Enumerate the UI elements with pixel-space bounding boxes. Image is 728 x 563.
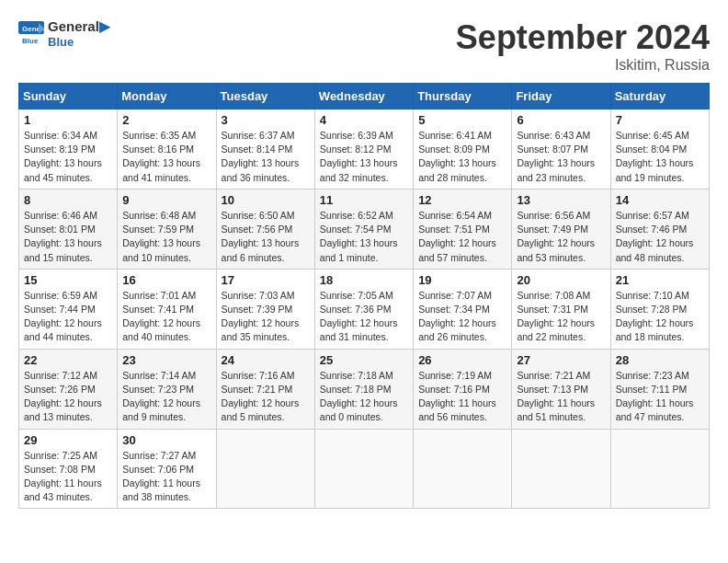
day-info: Sunrise: 7:25 AM Sunset: 7:08 PM Dayligh…: [24, 449, 112, 505]
day-number: 30: [122, 433, 210, 447]
calendar-cell: [414, 429, 512, 509]
day-info: Sunrise: 6:39 AM Sunset: 8:12 PM Dayligh…: [320, 129, 408, 185]
col-thursday: Thursday: [414, 84, 512, 109]
day-number: 9: [122, 193, 210, 207]
col-monday: Monday: [118, 84, 216, 109]
calendar-cell: 14Sunrise: 6:57 AM Sunset: 7:46 PM Dayli…: [610, 189, 709, 269]
calendar-cell: 7Sunrise: 6:45 AM Sunset: 8:04 PM Daylig…: [610, 109, 709, 190]
day-number: 7: [616, 113, 704, 127]
day-number: 21: [616, 273, 704, 287]
day-info: Sunrise: 7:08 AM Sunset: 7:31 PM Dayligh…: [517, 289, 605, 345]
day-info: Sunrise: 6:48 AM Sunset: 7:59 PM Dayligh…: [122, 209, 210, 265]
calendar-cell: 29Sunrise: 7:25 AM Sunset: 7:08 PM Dayli…: [19, 429, 118, 509]
day-number: 29: [24, 433, 112, 447]
day-info: Sunrise: 6:43 AM Sunset: 8:07 PM Dayligh…: [517, 129, 605, 185]
logo: General Blue General▶ Blue: [18, 18, 110, 50]
day-number: 24: [222, 353, 310, 367]
col-wednesday: Wednesday: [314, 84, 413, 109]
calendar-week-row: 29Sunrise: 7:25 AM Sunset: 7:08 PM Dayli…: [19, 429, 710, 509]
day-number: 18: [320, 273, 408, 287]
calendar-cell: [216, 429, 314, 509]
day-number: 1: [24, 113, 112, 127]
day-number: 5: [418, 113, 506, 127]
calendar-table: Sunday Monday Tuesday Wednesday Thursday…: [18, 83, 710, 509]
calendar-cell: 8Sunrise: 6:46 AM Sunset: 8:01 PM Daylig…: [19, 189, 118, 269]
calendar-cell: 16Sunrise: 7:01 AM Sunset: 7:41 PM Dayli…: [118, 269, 216, 349]
day-number: 27: [517, 353, 605, 367]
day-info: Sunrise: 7:12 AM Sunset: 7:26 PM Dayligh…: [24, 369, 112, 425]
calendar-cell: 15Sunrise: 6:59 AM Sunset: 7:44 PM Dayli…: [19, 269, 118, 349]
day-number: 12: [418, 193, 506, 207]
day-info: Sunrise: 6:45 AM Sunset: 8:04 PM Dayligh…: [616, 129, 704, 185]
day-info: Sunrise: 6:54 AM Sunset: 7:51 PM Dayligh…: [418, 209, 506, 265]
calendar-cell: 10Sunrise: 6:50 AM Sunset: 7:56 PM Dayli…: [216, 189, 314, 269]
calendar-cell: 4Sunrise: 6:39 AM Sunset: 8:12 PM Daylig…: [314, 109, 413, 190]
calendar-cell: 24Sunrise: 7:16 AM Sunset: 7:21 PM Dayli…: [216, 349, 314, 429]
calendar-cell: [314, 429, 413, 509]
day-info: Sunrise: 6:50 AM Sunset: 7:56 PM Dayligh…: [222, 209, 310, 265]
calendar-header-row: Sunday Monday Tuesday Wednesday Thursday…: [19, 84, 710, 109]
calendar-cell: 20Sunrise: 7:08 AM Sunset: 7:31 PM Dayli…: [512, 269, 610, 349]
calendar-cell: [512, 429, 610, 509]
calendar-cell: 25Sunrise: 7:18 AM Sunset: 7:18 PM Dayli…: [314, 349, 413, 429]
day-number: 19: [418, 273, 506, 287]
day-info: Sunrise: 7:10 AM Sunset: 7:28 PM Dayligh…: [616, 289, 704, 345]
day-info: Sunrise: 7:03 AM Sunset: 7:39 PM Dayligh…: [222, 289, 310, 345]
day-info: Sunrise: 6:56 AM Sunset: 7:49 PM Dayligh…: [517, 209, 605, 265]
calendar-cell: 6Sunrise: 6:43 AM Sunset: 8:07 PM Daylig…: [512, 109, 610, 190]
day-number: 17: [222, 273, 310, 287]
day-number: 13: [517, 193, 605, 207]
day-info: Sunrise: 7:07 AM Sunset: 7:34 PM Dayligh…: [418, 289, 506, 345]
col-tuesday: Tuesday: [216, 84, 314, 109]
day-number: 10: [222, 193, 310, 207]
day-info: Sunrise: 6:46 AM Sunset: 8:01 PM Dayligh…: [24, 209, 112, 265]
location: Iskitim, Russia: [456, 57, 710, 74]
calendar-week-row: 15Sunrise: 6:59 AM Sunset: 7:44 PM Dayli…: [19, 269, 710, 349]
day-number: 3: [222, 113, 310, 127]
day-number: 6: [517, 113, 605, 127]
day-info: Sunrise: 7:18 AM Sunset: 7:18 PM Dayligh…: [320, 369, 408, 425]
day-number: 2: [122, 113, 210, 127]
day-info: Sunrise: 7:23 AM Sunset: 7:11 PM Dayligh…: [616, 369, 704, 425]
calendar-cell: 19Sunrise: 7:07 AM Sunset: 7:34 PM Dayli…: [414, 269, 512, 349]
calendar-cell: 3Sunrise: 6:37 AM Sunset: 8:14 PM Daylig…: [216, 109, 314, 190]
day-number: 15: [24, 273, 112, 287]
calendar-cell: 11Sunrise: 6:52 AM Sunset: 7:54 PM Dayli…: [314, 189, 413, 269]
day-info: Sunrise: 7:19 AM Sunset: 7:16 PM Dayligh…: [418, 369, 506, 425]
day-info: Sunrise: 6:34 AM Sunset: 8:19 PM Dayligh…: [24, 129, 112, 185]
page-header: General Blue General▶ Blue September 202…: [18, 18, 710, 74]
calendar-cell: 13Sunrise: 6:56 AM Sunset: 7:49 PM Dayli…: [512, 189, 610, 269]
day-info: Sunrise: 7:14 AM Sunset: 7:23 PM Dayligh…: [122, 369, 210, 425]
col-saturday: Saturday: [610, 84, 709, 109]
calendar-week-row: 8Sunrise: 6:46 AM Sunset: 8:01 PM Daylig…: [19, 189, 710, 269]
day-number: 22: [24, 353, 112, 367]
logo-text: General▶: [48, 18, 110, 35]
day-info: Sunrise: 6:37 AM Sunset: 8:14 PM Dayligh…: [222, 129, 310, 185]
day-number: 25: [320, 353, 408, 367]
col-sunday: Sunday: [19, 84, 118, 109]
day-info: Sunrise: 7:01 AM Sunset: 7:41 PM Dayligh…: [122, 289, 210, 345]
day-info: Sunrise: 6:52 AM Sunset: 7:54 PM Dayligh…: [320, 209, 408, 265]
calendar-cell: 5Sunrise: 6:41 AM Sunset: 8:09 PM Daylig…: [414, 109, 512, 190]
calendar-week-row: 1Sunrise: 6:34 AM Sunset: 8:19 PM Daylig…: [19, 109, 710, 190]
calendar-cell: 9Sunrise: 6:48 AM Sunset: 7:59 PM Daylig…: [118, 189, 216, 269]
day-info: Sunrise: 6:59 AM Sunset: 7:44 PM Dayligh…: [24, 289, 112, 345]
day-number: 26: [418, 353, 506, 367]
calendar-cell: 30Sunrise: 7:27 AM Sunset: 7:06 PM Dayli…: [118, 429, 216, 509]
svg-text:Blue: Blue: [22, 37, 39, 45]
calendar-cell: 18Sunrise: 7:05 AM Sunset: 7:36 PM Dayli…: [314, 269, 413, 349]
calendar-cell: 17Sunrise: 7:03 AM Sunset: 7:39 PM Dayli…: [216, 269, 314, 349]
day-info: Sunrise: 7:05 AM Sunset: 7:36 PM Dayligh…: [320, 289, 408, 345]
calendar-cell: 2Sunrise: 6:35 AM Sunset: 8:16 PM Daylig…: [118, 109, 216, 190]
day-number: 4: [320, 113, 408, 127]
day-info: Sunrise: 7:27 AM Sunset: 7:06 PM Dayligh…: [122, 449, 210, 505]
calendar-cell: 28Sunrise: 7:23 AM Sunset: 7:11 PM Dayli…: [610, 349, 709, 429]
calendar-cell: 26Sunrise: 7:19 AM Sunset: 7:16 PM Dayli…: [414, 349, 512, 429]
calendar-cell: [610, 429, 709, 509]
calendar-week-row: 22Sunrise: 7:12 AM Sunset: 7:26 PM Dayli…: [19, 349, 710, 429]
month-title: September 2024: [456, 18, 710, 57]
day-number: 8: [24, 193, 112, 207]
day-info: Sunrise: 6:41 AM Sunset: 8:09 PM Dayligh…: [418, 129, 506, 185]
col-friday: Friday: [512, 84, 610, 109]
day-number: 14: [616, 193, 704, 207]
